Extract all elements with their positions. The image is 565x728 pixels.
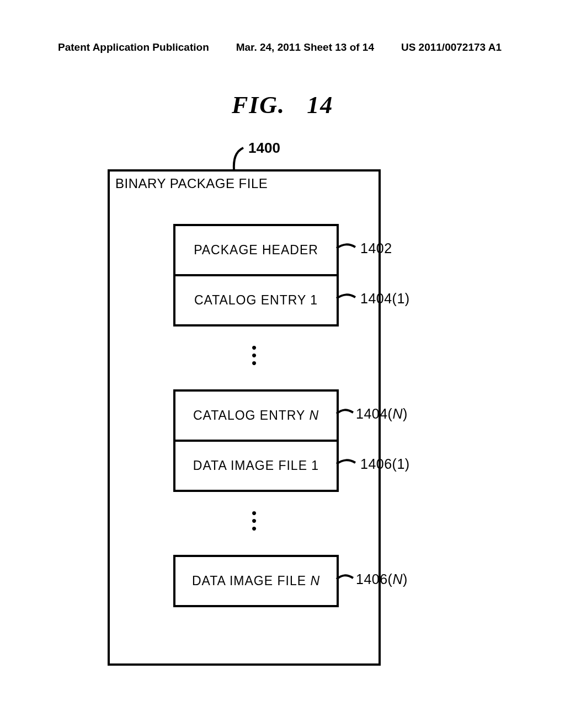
header-left: Patent Application Publication	[58, 41, 209, 53]
text-package-header: PACKAGE HEADER	[194, 243, 318, 258]
vdots-1: •••	[252, 344, 257, 367]
fig-prefix: FIG.	[232, 92, 285, 119]
ref-1404-n: 1404(N)	[356, 406, 408, 422]
leader-1404-1	[337, 292, 359, 305]
block-catalog-entry-1: CATALOG ENTRY 1	[173, 274, 339, 326]
ref-1400: 1400	[248, 140, 280, 157]
header-center: Mar. 24, 2011 Sheet 13 of 14	[236, 41, 374, 53]
figure-title: FIG. 14	[0, 91, 565, 119]
page-header: Patent Application Publication Mar. 24, …	[0, 41, 565, 53]
leader-1406-1	[337, 457, 359, 470]
block-data-image-1: DATA IMAGE FILE 1	[173, 440, 339, 492]
block-package-header: PACKAGE HEADER	[173, 224, 339, 276]
ref-1406-n: 1406(N)	[356, 571, 408, 587]
header-right: US 2011/0072173 A1	[401, 41, 502, 53]
block-catalog-entry-n: CATALOG ENTRY N	[173, 389, 339, 442]
block-data-image-n: DATA IMAGE FILE N	[173, 555, 339, 607]
leader-1406-n	[337, 572, 356, 586]
text-data-image-n: DATA IMAGE FILE N	[192, 574, 320, 588]
ref-1402: 1402	[360, 240, 392, 256]
leader-1402	[337, 242, 359, 255]
leader-1404-n	[337, 407, 356, 420]
outer-title: BINARY PACKAGE FILE	[115, 176, 268, 191]
text-catalog-entry-1: CATALOG ENTRY 1	[194, 293, 318, 308]
text-catalog-entry-n: CATALOG ENTRY N	[193, 408, 319, 423]
text-data-image-1: DATA IMAGE FILE 1	[193, 458, 319, 473]
ref-1406-1: 1406(1)	[360, 456, 410, 472]
ref-1404-1: 1404(1)	[360, 291, 410, 307]
fig-number: 14	[307, 92, 333, 119]
vdots-2: •••	[252, 509, 257, 532]
